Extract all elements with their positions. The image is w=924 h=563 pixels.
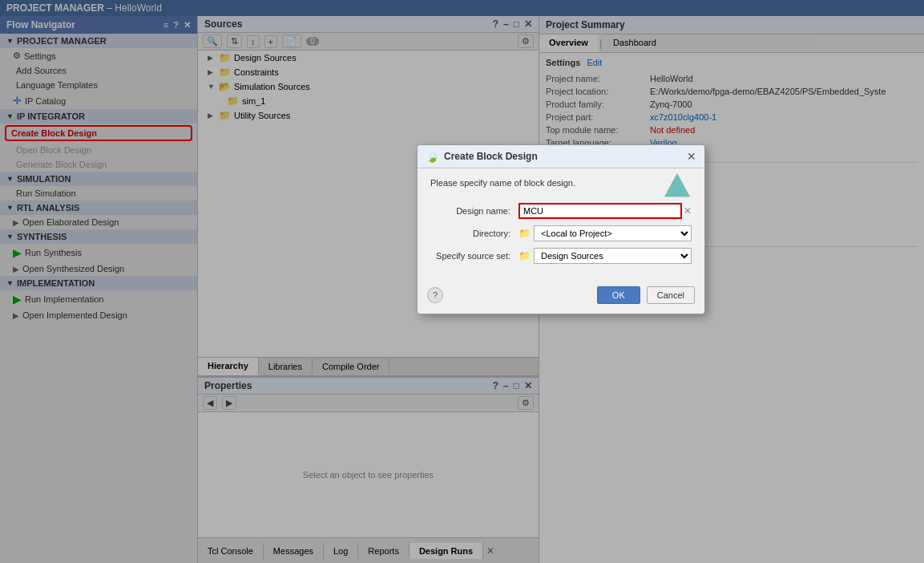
create-block-design-modal: 🍃 Create Block Design ✕ Please specify n… bbox=[417, 144, 705, 314]
modal-logo bbox=[663, 172, 692, 203]
modal-header: 🍃 Create Block Design ✕ bbox=[418, 145, 704, 168]
source-set-label: Specify source set: bbox=[430, 251, 518, 261]
modal-footer: ? OK Cancel bbox=[418, 280, 704, 314]
modal-description: Please specify name of block design. bbox=[430, 178, 692, 188]
directory-select-wrap: 📁 <Local to Project> bbox=[518, 225, 692, 241]
form-row-source-set: Specify source set: 📁 Design Sources bbox=[430, 248, 692, 264]
directory-select[interactable]: <Local to Project> bbox=[534, 225, 692, 241]
folder-icon-source-set: 📁 bbox=[518, 250, 531, 261]
design-name-input[interactable] bbox=[518, 203, 682, 219]
modal-title-text: Create Block Design bbox=[444, 151, 538, 162]
folder-icon-directory: 📁 bbox=[518, 228, 531, 239]
modal-body: Please specify name of block design. Des… bbox=[418, 168, 704, 280]
modal-body-inner: Please specify name of block design. bbox=[430, 178, 692, 203]
modal-close-icon[interactable]: ✕ bbox=[687, 150, 696, 163]
source-set-select[interactable]: Design Sources bbox=[534, 248, 692, 264]
form-row-directory: Directory: 📁 <Local to Project> bbox=[430, 225, 692, 241]
modal-title: 🍃 Create Block Design bbox=[426, 150, 538, 163]
design-name-clear-button[interactable]: ✕ bbox=[684, 205, 692, 217]
vivado-logo bbox=[663, 172, 692, 200]
modal-help-button[interactable]: ? bbox=[427, 287, 443, 303]
modal-ok-button[interactable]: OK bbox=[597, 286, 640, 304]
help-icon: ? bbox=[433, 290, 438, 300]
source-set-select-wrap: 📁 Design Sources bbox=[518, 248, 692, 264]
form-row-design-name: Design name: ✕ bbox=[430, 203, 692, 219]
design-name-label: Design name: bbox=[430, 206, 518, 216]
modal-overlay[interactable]: 🍃 Create Block Design ✕ Please specify n… bbox=[0, 0, 924, 563]
directory-label: Directory: bbox=[430, 229, 518, 238]
modal-cancel-button[interactable]: Cancel bbox=[647, 286, 695, 304]
modal-leaf-icon: 🍃 bbox=[426, 150, 439, 163]
